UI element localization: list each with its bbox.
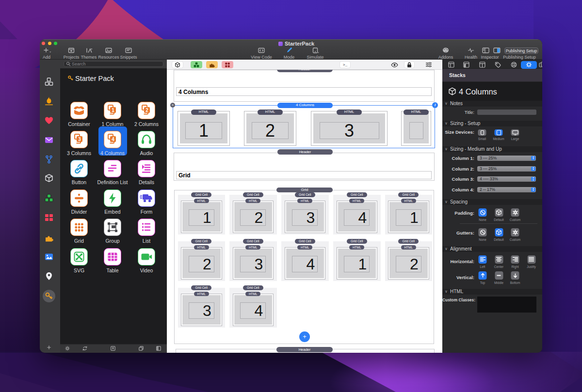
svg-text:1: 1 bbox=[112, 108, 114, 113]
svg-text:4: 4 bbox=[112, 137, 114, 142]
svg-text:2: 2 bbox=[146, 108, 148, 113]
svg-text:3: 3 bbox=[78, 137, 81, 142]
